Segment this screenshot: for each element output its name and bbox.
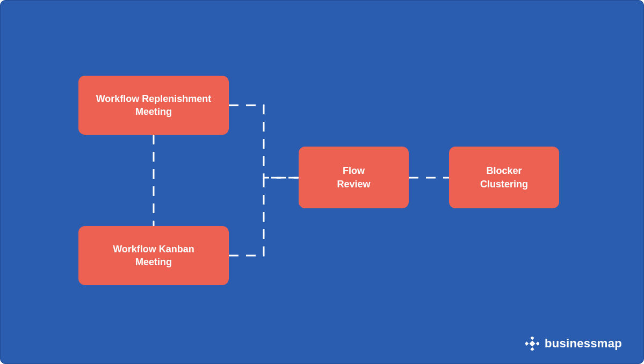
connector-replenishment-flowreview	[229, 105, 299, 178]
node-label: Workflow Replenishment Meeting	[96, 92, 212, 119]
svg-rect-0	[530, 337, 534, 340]
node-flow-review: Flow Review	[299, 147, 409, 208]
node-workflow-kanban-meeting: Workflow Kanban Meeting	[78, 226, 229, 285]
node-label: Flow Review	[337, 164, 370, 191]
node-workflow-replenishment-meeting: Workflow Replenishment Meeting	[78, 76, 229, 135]
diamond-plus-icon	[525, 337, 539, 351]
diagram-canvas: Workflow Replenishment Meeting Workflow …	[0, 0, 644, 364]
node-blocker-clustering: Blocker Clustering	[449, 147, 559, 208]
brand-logo: businessmap	[525, 337, 622, 351]
svg-rect-3	[536, 341, 539, 345]
node-label: Workflow Kanban Meeting	[113, 243, 194, 269]
connector-kanban-flowreview	[229, 178, 299, 256]
svg-rect-4	[530, 340, 536, 346]
svg-rect-2	[525, 341, 529, 345]
svg-rect-1	[530, 347, 534, 351]
brand-name: businessmap	[545, 337, 622, 351]
node-label: Blocker Clustering	[480, 164, 528, 191]
